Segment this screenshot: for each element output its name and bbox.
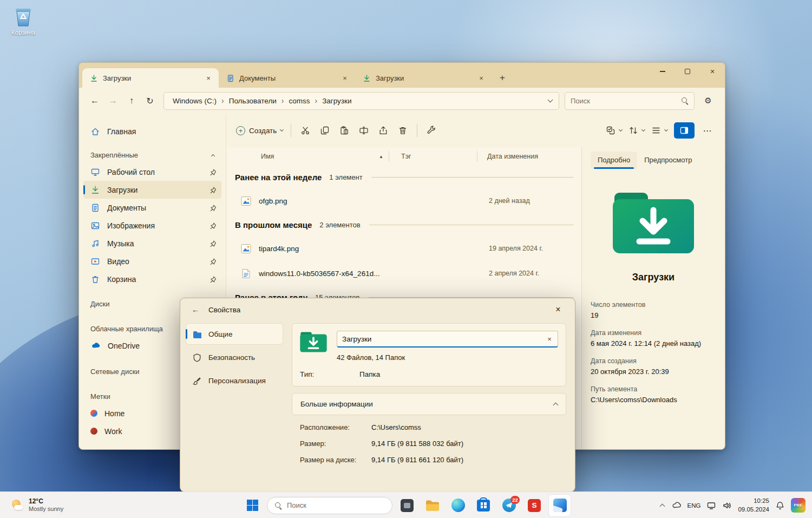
taskbar-search-input[interactable] [287, 501, 385, 509]
tab-security[interactable]: Безопасность [186, 346, 283, 368]
explorer-search-box[interactable] [565, 92, 695, 110]
tab-general[interactable]: Общие [186, 323, 283, 345]
more-options-button[interactable]: ⋯ [698, 121, 717, 140]
breadcrumb-item-drive[interactable]: Windows (C:) [171, 96, 219, 106]
detail-field-date-created: Дата создания 20 октября 2023 г. 20:39 [591, 357, 716, 377]
recycle-bin-shortcut[interactable]: Корзина [8, 4, 39, 36]
sidebar-item-desktop[interactable]: Рабочий стол [83, 163, 221, 181]
sidebar-item-home[interactable]: Главная [83, 122, 221, 140]
pinned-section-header[interactable]: Закреплённые [83, 147, 221, 163]
edge-browser-button[interactable] [447, 495, 469, 516]
pin-icon [209, 222, 216, 229]
tab-downloads-active[interactable]: Загрузки × [82, 68, 219, 88]
property-label: Размер: [300, 440, 371, 448]
column-tag[interactable]: Тэг [389, 153, 477, 160]
file-row-tipard4k[interactable]: tipard4k.png 19 апреля 2024 г. [226, 236, 581, 261]
breadcrumb[interactable]: Windows (C:) › Пользователи › comss › За… [163, 92, 559, 110]
minimize-button[interactable] [650, 63, 675, 80]
s-app-button[interactable]: S [523, 495, 545, 516]
paintbrush-icon [192, 376, 201, 385]
maximize-button[interactable] [675, 63, 700, 80]
share-button[interactable] [374, 121, 393, 140]
cut-button[interactable] [296, 121, 315, 140]
select-button[interactable] [603, 121, 625, 140]
paste-button[interactable] [335, 121, 354, 140]
explorer-search-input[interactable] [571, 97, 681, 105]
sidebar-item-videos[interactable]: Видео [83, 252, 221, 270]
insider-label: PRE [794, 503, 802, 508]
back-button[interactable]: ← [86, 91, 104, 110]
refresh-button[interactable]: ↻ [141, 91, 159, 110]
tag-work-icon [90, 428, 97, 435]
file-explorer-button[interactable] [422, 495, 443, 516]
address-dropdown-icon[interactable] [548, 97, 553, 103]
s-app-icon: S [528, 499, 541, 512]
back-button[interactable]: ← [188, 302, 203, 317]
copy-button[interactable] [315, 121, 335, 140]
notification-bell-icon[interactable] [775, 501, 785, 510]
tab-close-icon[interactable]: × [202, 72, 214, 84]
collapse-icon[interactable] [211, 154, 215, 158]
taskbar-search-box[interactable] [267, 497, 392, 514]
tab-downloads-2[interactable]: Загрузки × [355, 68, 492, 88]
create-new-button[interactable]: + Создать [233, 121, 286, 140]
clear-input-icon[interactable]: × [544, 333, 555, 344]
group-header-this-week[interactable]: Ранее на этой неделе 1 элемент [226, 166, 581, 188]
start-button[interactable] [241, 495, 263, 516]
delete-button[interactable] [393, 121, 412, 140]
sort-button[interactable] [625, 121, 648, 140]
download-icon [363, 74, 371, 82]
tab-close-icon[interactable]: × [475, 72, 487, 84]
telegram-button[interactable]: 22 [498, 495, 520, 516]
sidebar-item-recycle-bin[interactable]: Корзина [83, 270, 221, 288]
sidebar-item-music[interactable]: Музыка [83, 234, 221, 252]
more-info-expander[interactable]: Больше информации [292, 393, 566, 415]
network-icon[interactable] [706, 501, 716, 510]
details-pane-toggle-active[interactable] [674, 122, 695, 139]
file-row-windows-update[interactable]: windows11.0-kb5036567-x64_261d... 2 апре… [226, 261, 581, 286]
weather-widget[interactable]: 12°C Mostly sunny [6, 492, 68, 518]
microsoft-store-button[interactable] [473, 495, 494, 516]
column-date-modified[interactable]: Дата изменения [477, 153, 581, 160]
active-app-button[interactable] [549, 495, 571, 516]
weather-temperature: 12°C [29, 497, 63, 506]
weather-condition: Mostly sunny [29, 506, 63, 513]
sidebar-item-pictures[interactable]: Изображения [83, 217, 221, 234]
new-tab-button[interactable]: + [494, 70, 511, 86]
notification-badge: 22 [510, 496, 520, 504]
show-hidden-icons-button[interactable] [659, 504, 665, 509]
insider-preview-icon[interactable]: PRE [791, 498, 806, 513]
language-indicator[interactable]: ENG [687, 502, 701, 509]
view-button[interactable] [648, 121, 671, 140]
tab-preview[interactable]: Предпросмотр [637, 152, 699, 169]
settings-gear-button[interactable]: ⚙ [699, 91, 717, 110]
sidebar-item-downloads[interactable]: Загрузки [83, 181, 221, 199]
group-count: 2 элементов [319, 221, 360, 229]
clock-widget[interactable]: 10:25 09.05.2024 [738, 497, 769, 514]
sidebar-item-documents[interactable]: Документы [83, 199, 221, 217]
column-name[interactable]: Имя ▲ [226, 153, 389, 160]
onedrive-tray-icon[interactable] [671, 500, 682, 510]
folder-name-input[interactable] [337, 331, 558, 347]
tools-button[interactable] [422, 121, 441, 140]
volume-icon[interactable] [722, 501, 732, 510]
file-row-ofgb[interactable]: ofgb.png 2 дней назад [226, 188, 581, 213]
folder-contents-summary: 42 Файлов, 14 Папок [337, 353, 558, 362]
tab-details[interactable]: Подробно [591, 152, 637, 169]
breadcrumb-item-downloads[interactable]: Загрузки [320, 96, 353, 106]
forward-button[interactable]: → [104, 91, 122, 110]
breadcrumb-item-user[interactable]: comss [286, 96, 312, 106]
rename-button[interactable] [354, 121, 374, 140]
tab-personalization[interactable]: Персонализация [186, 370, 283, 391]
task-view-button[interactable] [396, 495, 418, 516]
properties-dialog: ← Свойства × Общие Безопасность Персонал… [180, 298, 575, 492]
close-button[interactable]: × [700, 63, 725, 80]
close-button[interactable]: × [548, 301, 568, 318]
tab-documents[interactable]: Документы × [219, 68, 355, 88]
breadcrumb-item-users[interactable]: Пользователи [227, 96, 279, 106]
tab-close-icon[interactable]: × [339, 72, 351, 84]
group-header-last-month[interactable]: В прошлом месяце 2 элементов [226, 213, 581, 236]
up-button[interactable]: ↑ [122, 91, 141, 110]
sidebar-item-label: Видео [107, 257, 129, 266]
pin-icon [209, 204, 216, 211]
